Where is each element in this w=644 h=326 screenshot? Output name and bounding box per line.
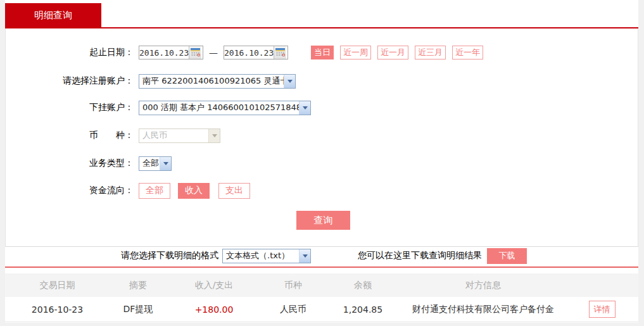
currency-row: 币 种： 人民币 bbox=[6, 128, 638, 143]
calendar-icon[interactable] bbox=[189, 46, 201, 59]
register-account-label: 请选择注册账户： bbox=[6, 75, 134, 87]
table-top-divider bbox=[5, 266, 638, 268]
business-type-label: 业务类型： bbox=[6, 158, 134, 169]
sub-account-select[interactable]: 000 活期 基本户 140660010102571848 bbox=[139, 101, 311, 115]
date-range-label: 起止日期： bbox=[6, 47, 134, 58]
cell-currency: 人民币 bbox=[262, 304, 325, 315]
currency-select: 人民币 bbox=[139, 129, 220, 143]
register-account-row: 请选择注册账户： 南平 6222001406100921065 灵通卡 bbox=[6, 73, 638, 89]
table-row: 2016-10-23 DF提现 +180.00 人民币 1,204.85 财付通… bbox=[5, 297, 638, 322]
cell-counterparty: 财付通支付科技有限公司客户备付金 bbox=[401, 304, 565, 315]
header-summary: 摘要 bbox=[110, 280, 167, 291]
quick-range-quarter-button[interactable]: 近三月 bbox=[415, 46, 446, 60]
date-range-row: 起止日期： bbox=[6, 44, 638, 61]
currency-value: 人民币 bbox=[139, 130, 208, 141]
date-separator: — bbox=[209, 47, 218, 58]
fund-flow-label: 资金流向： bbox=[6, 185, 134, 196]
quick-range-week-button[interactable]: 近一周 bbox=[340, 46, 371, 60]
detail-query-page: 明细查询 起止日期： bbox=[0, 0, 644, 326]
download-format-label: 请您选择下载明细的格式 bbox=[5, 250, 218, 261]
header-date: 交易日期 bbox=[5, 280, 110, 291]
end-date-input[interactable] bbox=[224, 46, 288, 60]
calendar-icon[interactable] bbox=[274, 46, 286, 59]
register-account-select[interactable]: 南平 6222001406100921065 灵通卡 bbox=[139, 74, 296, 89]
sub-account-row: 下挂账户： 000 活期 基本户 140660010102571848 bbox=[6, 100, 638, 115]
cell-amount: +180.00 bbox=[167, 304, 262, 315]
sub-account-label: 下挂账户： bbox=[6, 102, 134, 113]
header-amount: 收入/支出 bbox=[167, 280, 262, 291]
fund-flow-income-button[interactable]: 收入 bbox=[178, 183, 210, 199]
fund-flow-all-button[interactable]: 全部 bbox=[139, 183, 170, 199]
download-hint: 您可以在这里下载查询明细结果 bbox=[358, 250, 482, 261]
chevron-down-icon bbox=[208, 129, 220, 142]
start-date-input[interactable] bbox=[139, 46, 203, 60]
calendar-icon-glyph bbox=[275, 48, 285, 57]
sub-account-value: 000 活期 基本户 140660010102571848 bbox=[139, 102, 299, 113]
download-row: 请您选择下载明细的格式 文本格式（.txt） 您可以在这里下载查询明细结果 下载 bbox=[5, 246, 638, 266]
chevron-down-icon bbox=[299, 249, 310, 263]
download-format-value: 文本格式（.txt） bbox=[223, 250, 299, 261]
detail-button[interactable]: 详情 bbox=[589, 301, 616, 318]
chevron-down-icon bbox=[160, 157, 171, 170]
table-header: 交易日期 摘要 收入/支出 币种 余额 对方信息 bbox=[5, 273, 638, 297]
quick-range-today-button[interactable]: 当日 bbox=[311, 46, 334, 60]
header-currency: 币种 bbox=[262, 280, 325, 291]
query-button[interactable]: 查询 bbox=[296, 211, 350, 230]
query-form: 起止日期： bbox=[5, 28, 638, 247]
header-balance: 余额 bbox=[325, 280, 401, 291]
fund-flow-expense-button[interactable]: 支出 bbox=[218, 183, 250, 199]
currency-label: 币 种： bbox=[6, 130, 134, 141]
chevron-down-icon bbox=[284, 75, 295, 88]
business-type-value: 全部 bbox=[139, 158, 160, 169]
fund-flow-row: 资金流向： 全部 收入 支出 bbox=[6, 182, 638, 199]
download-button[interactable]: 下载 bbox=[487, 248, 527, 264]
cell-balance: 1,204.85 bbox=[325, 304, 401, 315]
tab-detail-query[interactable]: 明细查询 bbox=[5, 3, 101, 27]
header-counterparty: 对方信息 bbox=[401, 280, 565, 291]
business-type-select[interactable]: 全部 bbox=[139, 156, 172, 171]
cell-date: 2016-10-23 bbox=[5, 304, 110, 315]
page-content: 明细查询 起止日期： bbox=[5, 0, 638, 323]
quick-range-year-button[interactable]: 近一年 bbox=[452, 46, 483, 60]
business-type-row: 业务类型： 全部 bbox=[6, 156, 638, 171]
cell-summary: DF提现 bbox=[110, 304, 167, 315]
quick-range-month-button[interactable]: 近一月 bbox=[377, 46, 408, 60]
calendar-icon-glyph bbox=[191, 48, 200, 57]
end-date-value[interactable] bbox=[224, 47, 274, 58]
register-account-value: 南平 6222001406100921065 灵通卡 bbox=[139, 75, 284, 87]
chevron-down-icon bbox=[299, 101, 310, 115]
start-date-value[interactable] bbox=[139, 47, 189, 58]
download-format-select[interactable]: 文本格式（.txt） bbox=[222, 249, 311, 263]
